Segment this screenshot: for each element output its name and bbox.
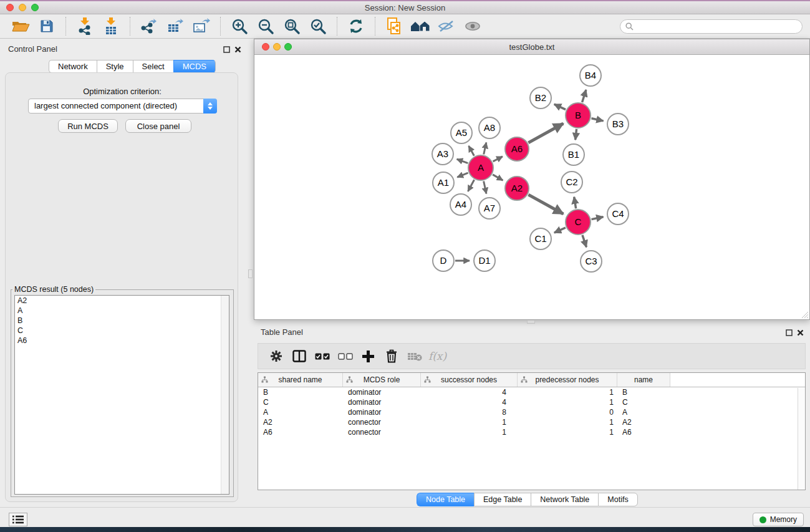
graph-edge-A-A2[interactable] [493,175,503,180]
tab-select[interactable]: Select [133,60,173,73]
result-list-item[interactable]: A2 [15,296,229,306]
zoom-out-button[interactable] [254,16,277,37]
graph-edge-B-B2[interactable] [554,104,566,110]
graph-edge-A-A7[interactable] [484,181,486,194]
add-column-button[interactable] [357,346,380,367]
task-history-button[interactable] [9,513,27,526]
refresh-view-button[interactable] [345,16,367,37]
tab-node-table[interactable]: Node Table [417,493,474,506]
graph-edge-C-C1[interactable] [554,228,566,233]
control-panel-float-button[interactable] [223,46,230,53]
table-row[interactable]: Cdominator41C [258,397,805,407]
graph-node-D[interactable]: D [433,250,454,271]
graph-node-B[interactable]: B [566,103,591,128]
graph-edge-A2-C[interactable] [528,195,563,214]
result-list-item[interactable]: A [15,306,229,316]
close-panel-button[interactable]: Close panel [125,119,191,133]
graph-edge-A-A5[interactable] [469,146,475,156]
graph-node-B2[interactable]: B2 [530,87,551,109]
graph-node-C[interactable]: C [566,210,591,235]
graph-node-A7[interactable]: A7 [479,198,500,219]
graph-node-C1[interactable]: C1 [530,228,551,249]
graph-edge-A-A4[interactable] [468,180,474,191]
graph-node-B3[interactable]: B3 [607,114,629,135]
graph-node-C2[interactable]: C2 [561,172,582,193]
vertical-splitter-grip[interactable] [248,269,253,278]
graph-node-A4[interactable]: A4 [450,194,471,215]
duplicate-network-button[interactable] [383,16,405,37]
tab-edge-table[interactable]: Edge Table [474,493,531,506]
graph-edge-A-A8[interactable] [484,142,486,154]
graph-edge-C-C2[interactable] [574,197,576,209]
tab-style[interactable]: Style [97,60,133,73]
table-split-view-button[interactable] [287,346,311,367]
graph-node-A3[interactable]: A3 [432,143,453,165]
import-table-button[interactable] [100,16,122,37]
network-graph[interactable]: B4B2BB3A5A8A6B1A3AC2A1A2A4A7C4CC1C3DD1 [254,55,809,319]
table-row[interactable]: A6connector11A6 [258,427,805,437]
birds-eye-view-button[interactable] [461,16,484,37]
result-list-item[interactable]: B [15,316,229,326]
graph-edge-B-B3[interactable] [591,118,603,121]
result-list-item[interactable]: C [15,326,229,336]
graph-edge-A-A1[interactable] [457,173,468,177]
graph-edge-B-B4[interactable] [582,90,586,102]
memory-button[interactable]: Memory [753,513,804,526]
window-resize-grip-icon[interactable] [802,312,808,318]
graph-node-A5[interactable]: A5 [451,122,472,143]
delete-table-button[interactable] [403,346,426,367]
table-row[interactable]: Adominator80A [258,407,805,417]
tab-mcds[interactable]: MCDS [173,60,216,73]
export-image-button[interactable] [190,16,213,37]
control-panel-close-button[interactable] [234,46,241,53]
tab-network[interactable]: Network [49,60,97,73]
graph-edge-C-C3[interactable] [582,235,586,247]
table-panel-close-button[interactable] [796,329,804,336]
criterion-dropdown[interactable]: largest connected component (directed) [28,99,217,114]
search-field[interactable] [620,19,803,34]
network-window-titlebar[interactable]: testGlobe.txt [254,39,809,55]
graph-node-A6[interactable]: A6 [505,137,529,161]
zoom-selected-button[interactable] [307,16,329,37]
graph-edge-C-C4[interactable] [592,217,604,220]
graph-node-B1[interactable]: B1 [563,144,584,165]
graph-node-A[interactable]: A [468,155,493,180]
tab-network-table[interactable]: Network Table [531,493,598,506]
result-list-item[interactable]: A6 [15,336,229,346]
column-header-mcds-role[interactable]: MCDS role [343,373,421,387]
graph-node-D1[interactable]: D1 [474,250,495,271]
column-header-name[interactable]: name [617,373,670,387]
table-row[interactable]: Bdominator41B [258,387,805,397]
node-table[interactable]: shared name MCDS role successor nodes pr… [258,372,806,490]
export-network-button[interactable] [138,16,160,37]
column-header-shared-name[interactable]: shared name [258,373,343,387]
graph-node-A1[interactable]: A1 [433,172,454,193]
select-all-button[interactable] [311,346,334,367]
horizontal-splitter-grip[interactable] [527,320,535,324]
import-network-button[interactable] [74,16,96,37]
graph-edge-A6-B[interactable] [528,123,563,143]
zoom-in-button[interactable] [228,16,251,37]
tab-motifs[interactable]: Motifs [598,493,637,506]
graph-node-C4[interactable]: C4 [607,203,629,225]
search-input[interactable] [637,22,802,31]
table-row[interactable]: A2connector11A2 [258,417,805,427]
network-canvas[interactable]: B4B2BB3A5A8A6B1A3AC2A1A2A4A7C4CC1C3DD1 [254,55,809,319]
deselect-all-button[interactable] [334,346,357,367]
graph-node-B4[interactable]: B4 [580,65,601,86]
table-panel-float-button[interactable] [785,329,793,336]
table-scrollbar[interactable] [798,388,805,490]
column-header-successor-nodes[interactable]: successor nodes [421,373,518,387]
column-header-predecessor-nodes[interactable]: predecessor nodes [518,373,617,387]
open-session-button[interactable] [9,16,32,37]
save-session-button[interactable] [36,16,58,37]
graph-node-A8[interactable]: A8 [479,117,500,138]
show-hide-annotations-button[interactable] [435,16,458,37]
result-list-scrollbar[interactable] [221,296,229,494]
export-table-button[interactable] [164,16,186,37]
mcds-result-list[interactable]: A2ABCA6 [14,295,229,495]
run-mcds-button[interactable]: Run MCDS [58,119,118,133]
zoom-fit-button[interactable] [281,16,303,37]
home-button[interactable] [409,16,432,37]
graph-edge-A-A6[interactable] [493,157,503,162]
